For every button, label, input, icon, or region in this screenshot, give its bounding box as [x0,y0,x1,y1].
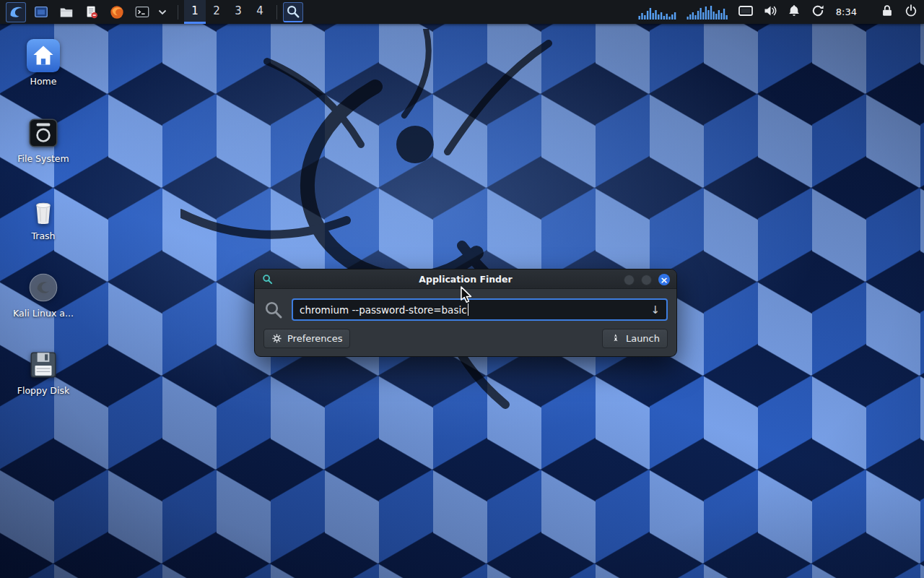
firefox-icon [109,4,125,20]
kali-dragon-silhouette [180,29,671,434]
panel-separator [276,5,277,20]
display-indicator[interactable] [738,4,754,21]
search-icon [286,4,300,19]
launcher-file-manager[interactable] [56,2,77,22]
terminal-dropdown-button[interactable] [157,2,167,22]
desktop-icon-label: Floppy Disk [9,385,78,396]
launch-label: Launch [626,333,660,344]
volume-icon [763,4,777,18]
panel-separator [178,5,178,20]
workspace-label: 2 [213,4,220,17]
audio-spectrum-icon [687,4,728,20]
document-icon [84,4,100,20]
updates-icon [811,4,825,18]
workspace-button-2[interactable]: 2 [206,0,227,24]
home-icon [27,39,60,72]
search-icon [263,300,283,319]
launcher-firefox[interactable] [107,2,127,22]
launch-icon [610,333,621,344]
titlebar-buttons: × [624,274,670,285]
notifications-indicator[interactable] [787,4,801,21]
volume-indicator[interactable] [763,4,777,21]
desktop-icon-kali-docs[interactable]: Kali Linux a... [9,271,78,319]
desktop-icon-file-system[interactable]: File System [9,116,78,164]
desktop-icon-trash[interactable]: Trash [9,194,78,241]
panel-left: 1 2 3 4 [6,0,308,24]
kali-menu-icon [8,4,24,20]
workspace-button-3[interactable]: 3 [227,0,249,24]
screen-lock-indicator[interactable] [880,4,894,21]
workspace-button-4[interactable]: 4 [249,0,271,24]
screen: 1 2 3 4 [0,0,924,578]
desktop-icon-label: Home [9,76,78,87]
minimize-button[interactable] [624,275,635,285]
kali-generic-icon [27,271,60,304]
app-finder-task-button[interactable] [283,2,303,22]
launcher-text-editor[interactable] [82,2,102,22]
clock[interactable]: 8:34 [834,7,858,17]
notifications-bell-icon [787,4,801,18]
app-finder-icon [262,274,273,285]
top-panel: 1 2 3 4 [0,0,924,24]
desktop-icon-home[interactable]: Home [9,39,78,87]
display-icon [738,4,754,18]
command-input[interactable]: chromium --password-store=basic ↓ [292,298,668,321]
updates-indicator[interactable] [811,4,825,21]
desktop-icon-floppy-disk[interactable]: Floppy Disk [9,348,78,396]
application-finder-window: Application Finder × chromium --password… [254,269,677,357]
down-arrow-icon[interactable]: ↓ [650,303,660,316]
button-row: Preferences Launch [262,327,669,348]
preferences-label: Preferences [287,333,342,344]
launcher-terminal[interactable] [132,2,152,22]
desktop-icon-label: Kali Linux a... [9,308,78,319]
folder-icon [58,4,74,20]
logout-icon [904,4,918,18]
terminal-icon [134,4,150,20]
text-caret [468,303,468,316]
desktop-icon-label: Trash [9,230,78,241]
file-system-icon [27,116,60,150]
workspace-button-1[interactable]: 1 [184,0,206,24]
window-icon [33,4,49,20]
launch-button[interactable]: Launch [602,329,668,348]
screen-lock-icon [880,4,894,18]
desktop-icon-label: File System [9,153,78,164]
workspace-label: 3 [235,4,242,17]
panel-right: 8:34 [638,0,918,24]
workspace-label: 1 [191,4,199,17]
logout-indicator[interactable] [904,4,918,21]
close-icon: × [661,275,668,285]
gear-icon [271,333,282,344]
maximize-button[interactable] [641,275,652,285]
mouse-cursor [458,286,474,303]
chevron-down-icon [158,9,167,15]
audio-spectrum-icon [638,4,677,20]
floppy-disk-icon [27,348,60,381]
kali-menu-button[interactable] [6,2,26,22]
command-text: chromium --password-store=basic [300,304,467,316]
preferences-button[interactable]: Preferences [263,329,350,348]
trash-icon [27,194,60,227]
close-button[interactable]: × [658,274,670,285]
launcher-desktop[interactable] [31,2,51,22]
window-title: Application Finder [255,274,676,285]
workspace-label: 4 [256,4,263,17]
